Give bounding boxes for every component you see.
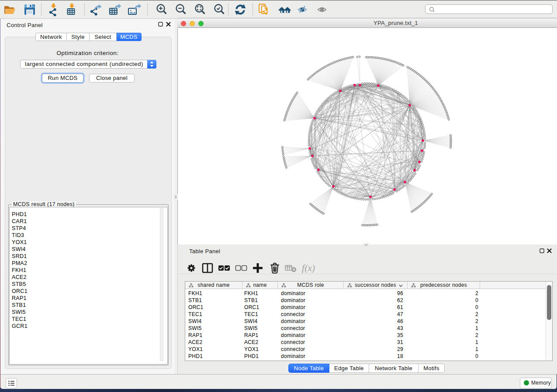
svg-text:f(x): f(x) — [302, 263, 315, 273]
